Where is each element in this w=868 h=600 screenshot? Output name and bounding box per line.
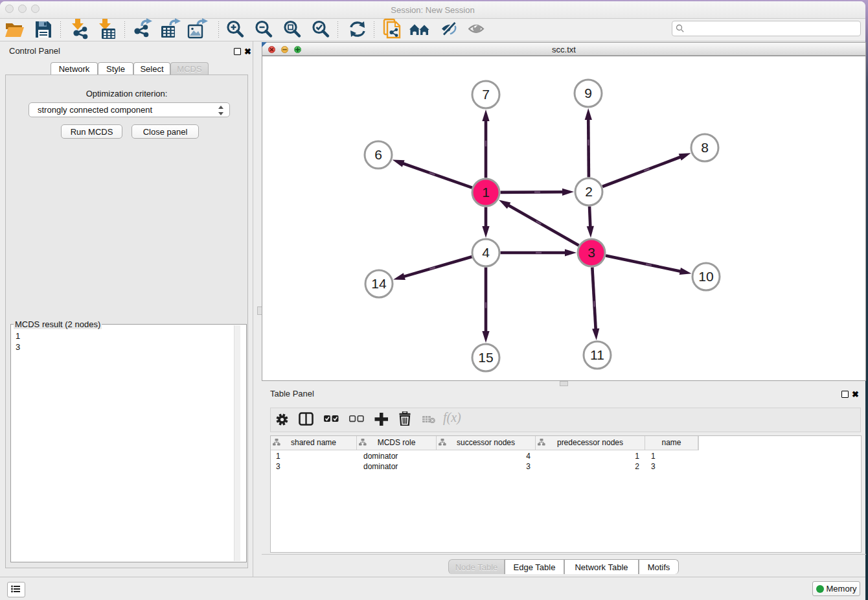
svg-text:14: 14 xyxy=(371,276,387,291)
svg-text:11: 11 xyxy=(590,347,604,362)
svg-text:7: 7 xyxy=(482,87,490,102)
svg-text:2: 2 xyxy=(585,184,593,199)
svg-text:9: 9 xyxy=(584,86,592,100)
svg-text:15: 15 xyxy=(478,350,493,365)
svg-text:1: 1 xyxy=(482,185,490,200)
svg-text:3: 3 xyxy=(588,245,595,260)
svg-text:8: 8 xyxy=(701,140,709,155)
svg-text:4: 4 xyxy=(482,245,490,260)
svg-text:10: 10 xyxy=(698,269,713,284)
svg-text:6: 6 xyxy=(374,147,382,162)
